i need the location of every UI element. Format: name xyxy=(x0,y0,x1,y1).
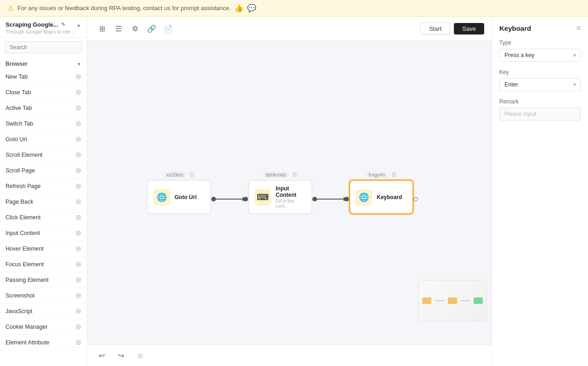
canvas[interactable]: xs20els 🗑 🌐 Goto Url xyxy=(87,41,492,344)
table-icon[interactable]: ☰ xyxy=(111,21,126,36)
link-icon[interactable]: 🔗 xyxy=(144,21,159,36)
project-subtitle: Through Google Maps to retr... xyxy=(6,29,81,34)
node-card-input-content[interactable]: ⌨ Input Content Fill in the cont... xyxy=(248,180,312,214)
sidebar-item-hover-element[interactable]: Hover Element⊕ xyxy=(0,241,87,257)
undo-button[interactable]: ↩ xyxy=(95,349,108,362)
add-icon-10[interactable]: ⊕ xyxy=(75,229,81,237)
collapse-icon[interactable]: ▲ xyxy=(76,22,81,28)
start-button[interactable]: Start xyxy=(420,23,450,35)
toolbar-icon-group: ⊞ ☰ ⚙ 🔗 📄 xyxy=(95,21,175,36)
node-delete-icon-3[interactable]: 🗑 xyxy=(391,171,397,178)
flow-node-goto-url: xs20els 🗑 🌐 Goto Url xyxy=(147,171,211,214)
node-card-keyboard[interactable]: 🌐 Keyboard xyxy=(349,180,413,214)
add-icon-9[interactable]: ⊕ xyxy=(75,213,81,222)
add-icon-11[interactable]: ⊕ xyxy=(75,244,81,253)
main-layout: Scraping Google... ✎ ▲ Through Google Ma… xyxy=(0,17,588,366)
add-icon-14[interactable]: ⊕ xyxy=(75,291,81,300)
add-icon-1[interactable]: ⊕ xyxy=(75,88,81,97)
search-input[interactable] xyxy=(5,41,82,53)
edit-icon[interactable]: ✎ xyxy=(61,22,65,28)
alert-icon: ⚠ xyxy=(7,4,14,12)
node-delete-icon-2[interactable]: 🗑 xyxy=(292,171,298,178)
add-icon-2[interactable]: ⊕ xyxy=(75,103,81,112)
add-icon-7[interactable]: ⊕ xyxy=(75,182,81,190)
sidebar-item-cookie-manager[interactable]: Cookie Manager⊕ xyxy=(0,319,87,335)
add-icon-16[interactable]: ⊕ xyxy=(75,322,81,331)
sidebar-item-page-back[interactable]: Page Back⊕ xyxy=(0,194,87,210)
sidebar-item-element-attribute[interactable]: Element Attribute⊕ xyxy=(0,335,87,350)
banner-text: For any issues or feedback during RPA te… xyxy=(17,5,231,11)
sidebar-items: New Tab⊕Close Tab⊕Active Tab⊕Switch Tab⊕… xyxy=(0,69,87,366)
minimap-node-2 xyxy=(448,297,457,304)
search-box xyxy=(5,41,82,53)
sidebar-item-switch-tab[interactable]: Switch Tab⊕ xyxy=(0,116,87,132)
browser-section-header[interactable]: Browser ▼ xyxy=(0,57,87,69)
type-select-wrapper: Press a key Type text xyxy=(499,49,581,62)
sidebar-item-click-element[interactable]: Click Element⊕ xyxy=(0,210,87,225)
minimap-nodes xyxy=(422,297,483,304)
redo-button[interactable]: ↪ xyxy=(114,349,128,362)
sidebar-item-javascript[interactable]: JavaScript⊕ xyxy=(0,303,87,319)
sidebar-item-active-tab[interactable]: Active Tab⊕ xyxy=(0,100,87,116)
connector-dot-1a xyxy=(211,197,216,201)
node-id-frxgy4n: frxgy4n xyxy=(366,172,388,178)
connector-line-2 xyxy=(317,199,345,200)
add-icon-4[interactable]: ⊕ xyxy=(75,135,81,143)
grid-icon[interactable]: ⊞ xyxy=(95,21,109,36)
connector-2 xyxy=(312,197,349,201)
remark-label: Remark xyxy=(499,98,581,105)
sidebar-item-scroll-page[interactable]: Scroll Page⊕ xyxy=(0,163,87,178)
add-icon-3[interactable]: ⊕ xyxy=(75,119,81,128)
input-content-icon: ⌨ xyxy=(254,189,271,206)
flow-node-keyboard: frxgy4n 🗑 🌐 Keyboard xyxy=(349,171,413,214)
chevron-down-icon: ▼ xyxy=(77,62,81,67)
add-icon-8[interactable]: ⊕ xyxy=(75,197,81,206)
input-content-sublabel: Fill in the cont... xyxy=(276,199,306,209)
add-icon-5[interactable]: ⊕ xyxy=(75,150,81,159)
project-title: Scraping Google... xyxy=(6,21,58,28)
add-icon-6[interactable]: ⊕ xyxy=(75,166,81,175)
sidebar-item-focus-element[interactable]: Focus Element⊕ xyxy=(0,257,87,272)
star-button[interactable]: ☆ xyxy=(133,349,147,362)
goto-url-label: Goto Url xyxy=(175,194,205,200)
node-delete-icon[interactable]: 🗑 xyxy=(189,171,195,178)
bottom-toolbar: ↩ ↪ ☆ xyxy=(87,344,492,366)
add-icon-15[interactable]: ⊕ xyxy=(75,307,81,315)
file-icon[interactable]: 📄 xyxy=(161,21,175,36)
panel-menu-icon[interactable]: ≡ xyxy=(577,24,581,32)
remark-input[interactable] xyxy=(499,108,581,120)
add-icon-13[interactable]: ⊕ xyxy=(75,275,81,284)
key-select[interactable]: Enter Tab Space Escape Backspace xyxy=(499,78,581,91)
type-label: Type xyxy=(499,40,581,46)
sidebar-item-scroll-element[interactable]: Scroll Element⊕ xyxy=(0,147,87,163)
goto-url-icon: 🌐 xyxy=(153,189,170,206)
add-icon-12[interactable]: ⊕ xyxy=(75,260,81,269)
sidebar-item-refresh-page[interactable]: Refresh Page⊕ xyxy=(0,178,87,194)
type-select[interactable]: Press a key Type text xyxy=(499,49,581,62)
remark-field: Remark xyxy=(499,98,581,120)
minimap xyxy=(418,280,487,321)
add-icon-0[interactable]: ⊕ xyxy=(75,72,81,81)
sidebar-item-screenshot[interactable]: Screenshot⊕ xyxy=(0,288,87,303)
node-id-xs20els: xs20els xyxy=(164,172,186,178)
content-area: ⊞ ☰ ⚙ 🔗 📄 Start Save xs20els 🗑 🌐 xyxy=(87,17,492,366)
project-title-row: Scraping Google... ✎ ▲ xyxy=(6,21,81,28)
sidebar-item-input-content[interactable]: Input Content⊕ xyxy=(0,225,87,241)
sidebar-item-new-tab[interactable]: New Tab⊕ xyxy=(0,69,87,85)
sidebar-item-goto-url[interactable]: Goto Url⊕ xyxy=(0,132,87,147)
gear-icon[interactable]: ⚙ xyxy=(128,21,142,36)
save-button[interactable]: Save xyxy=(454,23,484,34)
sidebar-item-passing-element[interactable]: Passing Element⊕ xyxy=(0,272,87,288)
flow-node-input-content: bbhkmkb 🗑 ⌨ Input Content Fill in the co… xyxy=(248,171,312,214)
connector-line-1 xyxy=(216,199,243,200)
panel-header: Keyboard ≡ xyxy=(499,24,581,32)
add-icon-17[interactable]: ⊕ xyxy=(75,338,81,347)
end-connector xyxy=(413,197,432,201)
sidebar-header: Scraping Google... ✎ ▲ Through Google Ma… xyxy=(0,17,87,38)
sidebar: Scraping Google... ✎ ▲ Through Google Ma… xyxy=(0,17,87,366)
node-card-goto-url[interactable]: 🌐 Goto Url xyxy=(147,180,211,214)
top-toolbar: ⊞ ☰ ⚙ 🔗 📄 Start Save xyxy=(87,17,492,41)
sidebar-item-close-tab[interactable]: Close Tab⊕ xyxy=(0,85,87,100)
minimap-node-1 xyxy=(422,297,431,304)
flow-container: xs20els 🗑 🌐 Goto Url xyxy=(147,171,432,214)
